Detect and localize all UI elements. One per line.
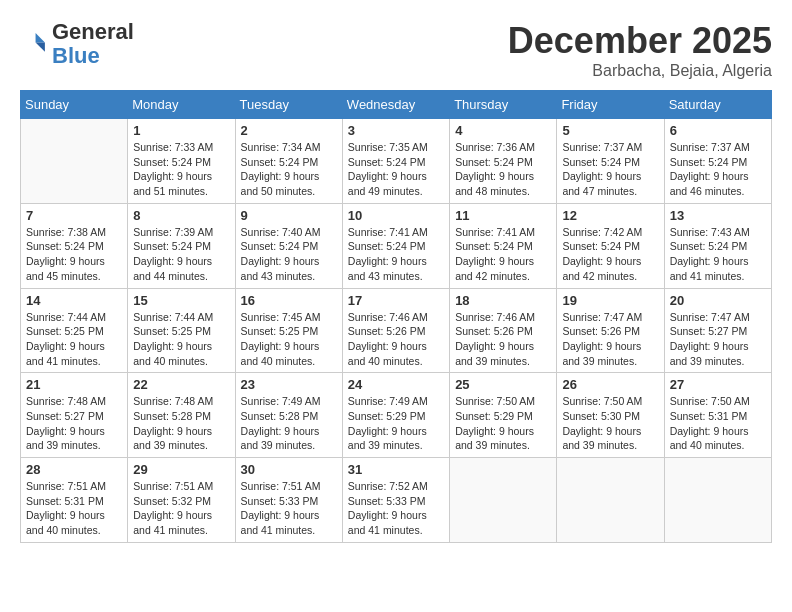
- calendar-cell: 20Sunrise: 7:47 AMSunset: 5:27 PMDayligh…: [664, 288, 771, 373]
- day-info: Sunrise: 7:45 AMSunset: 5:25 PMDaylight:…: [241, 310, 337, 369]
- day-of-week-header: Wednesday: [342, 91, 449, 119]
- logo-icon: [20, 30, 48, 58]
- calendar-week-row: 14Sunrise: 7:44 AMSunset: 5:25 PMDayligh…: [21, 288, 772, 373]
- day-number: 4: [455, 123, 551, 138]
- day-of-week-header: Thursday: [450, 91, 557, 119]
- day-of-week-header: Sunday: [21, 91, 128, 119]
- day-number: 21: [26, 377, 122, 392]
- day-number: 29: [133, 462, 229, 477]
- day-number: 10: [348, 208, 444, 223]
- day-info: Sunrise: 7:36 AMSunset: 5:24 PMDaylight:…: [455, 140, 551, 199]
- day-info: Sunrise: 7:40 AMSunset: 5:24 PMDaylight:…: [241, 225, 337, 284]
- calendar-cell: 10Sunrise: 7:41 AMSunset: 5:24 PMDayligh…: [342, 203, 449, 288]
- location: Barbacha, Bejaia, Algeria: [508, 62, 772, 80]
- day-info: Sunrise: 7:47 AMSunset: 5:26 PMDaylight:…: [562, 310, 658, 369]
- day-info: Sunrise: 7:51 AMSunset: 5:33 PMDaylight:…: [241, 479, 337, 538]
- calendar-header-row: SundayMondayTuesdayWednesdayThursdayFrid…: [21, 91, 772, 119]
- day-info: Sunrise: 7:33 AMSunset: 5:24 PMDaylight:…: [133, 140, 229, 199]
- day-number: 8: [133, 208, 229, 223]
- day-number: 1: [133, 123, 229, 138]
- calendar-week-row: 28Sunrise: 7:51 AMSunset: 5:31 PMDayligh…: [21, 458, 772, 543]
- day-number: 23: [241, 377, 337, 392]
- calendar-cell: [450, 458, 557, 543]
- day-number: 17: [348, 293, 444, 308]
- day-number: 28: [26, 462, 122, 477]
- calendar-cell: 4Sunrise: 7:36 AMSunset: 5:24 PMDaylight…: [450, 119, 557, 204]
- calendar-cell: 16Sunrise: 7:45 AMSunset: 5:25 PMDayligh…: [235, 288, 342, 373]
- day-number: 12: [562, 208, 658, 223]
- calendar-cell: 21Sunrise: 7:48 AMSunset: 5:27 PMDayligh…: [21, 373, 128, 458]
- day-number: 16: [241, 293, 337, 308]
- day-number: 9: [241, 208, 337, 223]
- title-block: December 2025 Barbacha, Bejaia, Algeria: [508, 20, 772, 80]
- calendar-week-row: 7Sunrise: 7:38 AMSunset: 5:24 PMDaylight…: [21, 203, 772, 288]
- calendar-cell: 5Sunrise: 7:37 AMSunset: 5:24 PMDaylight…: [557, 119, 664, 204]
- day-info: Sunrise: 7:52 AMSunset: 5:33 PMDaylight:…: [348, 479, 444, 538]
- calendar-cell: [21, 119, 128, 204]
- day-number: 2: [241, 123, 337, 138]
- day-info: Sunrise: 7:41 AMSunset: 5:24 PMDaylight:…: [348, 225, 444, 284]
- day-info: Sunrise: 7:43 AMSunset: 5:24 PMDaylight:…: [670, 225, 766, 284]
- calendar-cell: 23Sunrise: 7:49 AMSunset: 5:28 PMDayligh…: [235, 373, 342, 458]
- calendar-cell: [664, 458, 771, 543]
- calendar-table: SundayMondayTuesdayWednesdayThursdayFrid…: [20, 90, 772, 543]
- day-number: 30: [241, 462, 337, 477]
- day-of-week-header: Friday: [557, 91, 664, 119]
- day-info: Sunrise: 7:48 AMSunset: 5:27 PMDaylight:…: [26, 394, 122, 453]
- calendar-cell: 22Sunrise: 7:48 AMSunset: 5:28 PMDayligh…: [128, 373, 235, 458]
- page-header: General Blue December 2025 Barbacha, Bej…: [20, 20, 772, 80]
- day-number: 14: [26, 293, 122, 308]
- day-number: 19: [562, 293, 658, 308]
- calendar-cell: 9Sunrise: 7:40 AMSunset: 5:24 PMDaylight…: [235, 203, 342, 288]
- day-number: 18: [455, 293, 551, 308]
- day-number: 20: [670, 293, 766, 308]
- day-of-week-header: Monday: [128, 91, 235, 119]
- day-number: 24: [348, 377, 444, 392]
- calendar-cell: 29Sunrise: 7:51 AMSunset: 5:32 PMDayligh…: [128, 458, 235, 543]
- day-info: Sunrise: 7:42 AMSunset: 5:24 PMDaylight:…: [562, 225, 658, 284]
- day-info: Sunrise: 7:50 AMSunset: 5:30 PMDaylight:…: [562, 394, 658, 453]
- calendar-cell: 6Sunrise: 7:37 AMSunset: 5:24 PMDaylight…: [664, 119, 771, 204]
- logo-blue: Blue: [52, 43, 100, 68]
- day-info: Sunrise: 7:47 AMSunset: 5:27 PMDaylight:…: [670, 310, 766, 369]
- day-info: Sunrise: 7:35 AMSunset: 5:24 PMDaylight:…: [348, 140, 444, 199]
- day-number: 26: [562, 377, 658, 392]
- calendar-cell: 7Sunrise: 7:38 AMSunset: 5:24 PMDaylight…: [21, 203, 128, 288]
- calendar-cell: 12Sunrise: 7:42 AMSunset: 5:24 PMDayligh…: [557, 203, 664, 288]
- svg-marker-1: [36, 43, 45, 52]
- day-number: 6: [670, 123, 766, 138]
- day-info: Sunrise: 7:49 AMSunset: 5:29 PMDaylight:…: [348, 394, 444, 453]
- day-info: Sunrise: 7:44 AMSunset: 5:25 PMDaylight:…: [26, 310, 122, 369]
- day-info: Sunrise: 7:51 AMSunset: 5:31 PMDaylight:…: [26, 479, 122, 538]
- day-of-week-header: Tuesday: [235, 91, 342, 119]
- calendar-cell: 27Sunrise: 7:50 AMSunset: 5:31 PMDayligh…: [664, 373, 771, 458]
- calendar-cell: 26Sunrise: 7:50 AMSunset: 5:30 PMDayligh…: [557, 373, 664, 458]
- svg-marker-0: [36, 33, 45, 42]
- day-info: Sunrise: 7:50 AMSunset: 5:29 PMDaylight:…: [455, 394, 551, 453]
- day-info: Sunrise: 7:37 AMSunset: 5:24 PMDaylight:…: [562, 140, 658, 199]
- calendar-cell: [557, 458, 664, 543]
- day-info: Sunrise: 7:48 AMSunset: 5:28 PMDaylight:…: [133, 394, 229, 453]
- calendar-cell: 18Sunrise: 7:46 AMSunset: 5:26 PMDayligh…: [450, 288, 557, 373]
- day-info: Sunrise: 7:38 AMSunset: 5:24 PMDaylight:…: [26, 225, 122, 284]
- calendar-cell: 30Sunrise: 7:51 AMSunset: 5:33 PMDayligh…: [235, 458, 342, 543]
- calendar-cell: 19Sunrise: 7:47 AMSunset: 5:26 PMDayligh…: [557, 288, 664, 373]
- calendar-cell: 31Sunrise: 7:52 AMSunset: 5:33 PMDayligh…: [342, 458, 449, 543]
- day-number: 27: [670, 377, 766, 392]
- day-number: 25: [455, 377, 551, 392]
- calendar-week-row: 21Sunrise: 7:48 AMSunset: 5:27 PMDayligh…: [21, 373, 772, 458]
- day-info: Sunrise: 7:46 AMSunset: 5:26 PMDaylight:…: [348, 310, 444, 369]
- calendar-cell: 8Sunrise: 7:39 AMSunset: 5:24 PMDaylight…: [128, 203, 235, 288]
- calendar-cell: 3Sunrise: 7:35 AMSunset: 5:24 PMDaylight…: [342, 119, 449, 204]
- calendar-cell: 1Sunrise: 7:33 AMSunset: 5:24 PMDaylight…: [128, 119, 235, 204]
- calendar-cell: 24Sunrise: 7:49 AMSunset: 5:29 PMDayligh…: [342, 373, 449, 458]
- day-info: Sunrise: 7:51 AMSunset: 5:32 PMDaylight:…: [133, 479, 229, 538]
- calendar-cell: 17Sunrise: 7:46 AMSunset: 5:26 PMDayligh…: [342, 288, 449, 373]
- day-info: Sunrise: 7:49 AMSunset: 5:28 PMDaylight:…: [241, 394, 337, 453]
- day-info: Sunrise: 7:34 AMSunset: 5:24 PMDaylight:…: [241, 140, 337, 199]
- month-title: December 2025: [508, 20, 772, 62]
- day-info: Sunrise: 7:37 AMSunset: 5:24 PMDaylight:…: [670, 140, 766, 199]
- day-number: 3: [348, 123, 444, 138]
- day-number: 22: [133, 377, 229, 392]
- calendar-cell: 14Sunrise: 7:44 AMSunset: 5:25 PMDayligh…: [21, 288, 128, 373]
